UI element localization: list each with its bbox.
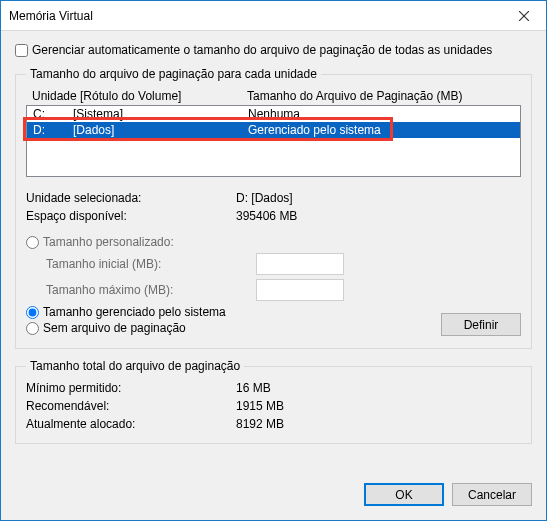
drives-group: Tamanho do arquivo de paginação para cad… — [15, 67, 532, 349]
radio-none-input[interactable] — [26, 322, 39, 335]
drive-list-wrap: C: [Sistema] Nenhuma D: [Dados] Gerencia… — [26, 105, 521, 177]
radio-system-input[interactable] — [26, 306, 39, 319]
set-button[interactable]: Definir — [441, 313, 521, 336]
rec-value: 1915 MB — [236, 399, 284, 413]
initial-size-label: Tamanho inicial (MB): — [46, 257, 256, 271]
virtual-memory-dialog: Memória Virtual Gerenciar automaticament… — [0, 0, 547, 521]
radio-custom-size[interactable]: Tamanho personalizado: — [26, 235, 521, 249]
header-size: Tamanho do Arquivo de Paginação (MB) — [247, 89, 521, 103]
drive-list-header: Unidade [Rótulo do Volume] Tamanho do Ar… — [26, 87, 521, 105]
cur-row: Atualmente alocado: 8192 MB — [26, 415, 521, 433]
radio-system-label: Tamanho gerenciado pelo sistema — [43, 305, 226, 319]
dialog-content: Gerenciar automaticamente o tamanho do a… — [1, 31, 546, 473]
space-available-row: Espaço disponível: 395406 MB — [26, 207, 521, 225]
total-legend: Tamanho total do arquivo de paginação — [26, 359, 244, 373]
drive-listbox[interactable]: C: [Sistema] Nenhuma D: [Dados] Gerencia… — [26, 105, 521, 177]
radio-none-label: Sem arquivo de paginação — [43, 321, 186, 335]
rec-label: Recomendável: — [26, 399, 236, 413]
min-value: 16 MB — [236, 381, 271, 395]
drive-letter: D: — [33, 123, 73, 137]
cur-value: 8192 MB — [236, 417, 284, 431]
drive-row-d[interactable]: D: [Dados] Gerenciado pelo sistema — [27, 122, 520, 138]
space-available-value: 395406 MB — [236, 209, 297, 223]
drive-row-c[interactable]: C: [Sistema] Nenhuma — [27, 106, 520, 122]
drive-label: [Dados] — [73, 123, 248, 137]
selected-drive-value: D: [Dados] — [236, 191, 293, 205]
cur-label: Atualmente alocado: — [26, 417, 236, 431]
auto-manage-input[interactable] — [15, 44, 28, 57]
titlebar: Memória Virtual — [1, 1, 546, 31]
radio-custom-input[interactable] — [26, 236, 39, 249]
drives-legend: Tamanho do arquivo de paginação para cad… — [26, 67, 321, 81]
space-available-label: Espaço disponível: — [26, 209, 236, 223]
auto-manage-checkbox[interactable]: Gerenciar automaticamente o tamanho do a… — [15, 43, 532, 57]
drive-size: Gerenciado pelo sistema — [248, 123, 520, 137]
header-drive: Unidade [Rótulo do Volume] — [32, 89, 247, 103]
rec-row: Recomendável: 1915 MB — [26, 397, 521, 415]
min-row: Mínimo permitido: 16 MB — [26, 379, 521, 397]
drive-size: Nenhuma — [248, 107, 520, 121]
close-button[interactable] — [501, 1, 546, 31]
maximum-size-label: Tamanho máximo (MB): — [46, 283, 256, 297]
initial-size-input[interactable] — [256, 253, 344, 275]
window-title: Memória Virtual — [1, 9, 93, 23]
auto-manage-label: Gerenciar automaticamente o tamanho do a… — [32, 43, 492, 57]
drive-letter: C: — [33, 107, 73, 121]
close-icon — [519, 11, 529, 21]
selected-drive-label: Unidade selecionada: — [26, 191, 236, 205]
radio-custom-label: Tamanho personalizado: — [43, 235, 174, 249]
min-label: Mínimo permitido: — [26, 381, 236, 395]
drive-label: [Sistema] — [73, 107, 248, 121]
cancel-button[interactable]: Cancelar — [452, 483, 532, 506]
selected-drive-row: Unidade selecionada: D: [Dados] — [26, 189, 521, 207]
dialog-footer: OK Cancelar — [1, 473, 546, 520]
ok-button[interactable]: OK — [364, 483, 444, 506]
custom-size-grid: Tamanho inicial (MB): Tamanho máximo (MB… — [46, 251, 521, 303]
total-group: Tamanho total do arquivo de paginação Mí… — [15, 359, 532, 444]
maximum-size-input[interactable] — [256, 279, 344, 301]
